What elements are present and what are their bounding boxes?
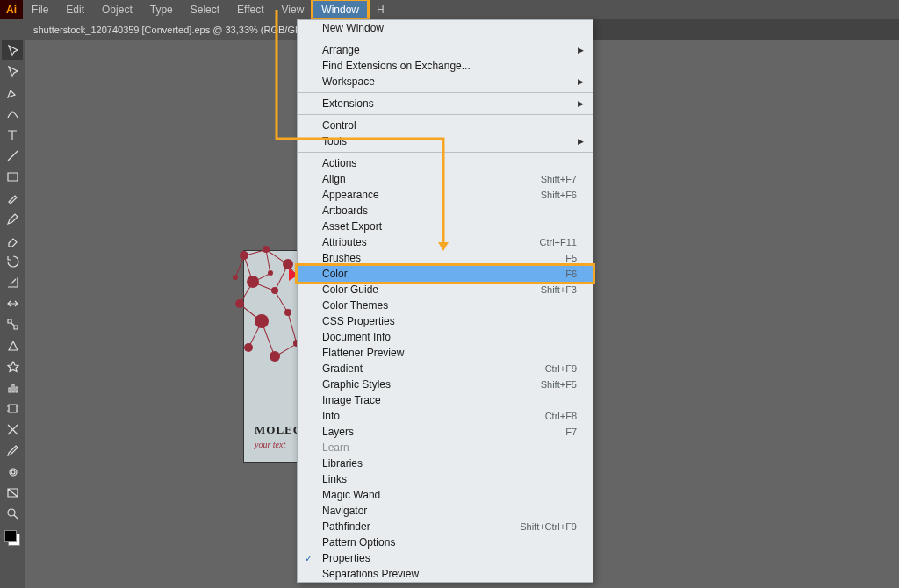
menu-item-label: Color Themes — [322, 299, 388, 312]
tool-zoom[interactable] — [2, 504, 23, 523]
menu-item-label: Asset Export — [322, 220, 382, 233]
menu-item-layers[interactable]: LayersF7 — [298, 424, 593, 440]
tool-gradient-tool[interactable] — [2, 483, 23, 502]
menu-item-label: Document Info — [322, 331, 391, 343]
menu-item-navigator[interactable]: Navigator — [298, 503, 593, 519]
menu-type[interactable]: Type — [141, 0, 182, 19]
menu-item-learn: Learn — [298, 440, 593, 455]
menu-item-label: Tools — [322, 135, 347, 147]
menu-item-label: Magic Wand — [322, 489, 380, 501]
menu-item-links[interactable]: Links — [298, 471, 593, 487]
fill-stroke-swatch[interactable] — [4, 530, 20, 546]
menu-item-css-properties[interactable]: CSS Properties — [298, 313, 593, 329]
menu-item-label: Pathfinder — [322, 520, 370, 533]
menu-item-image-trace[interactable]: Image Trace — [298, 392, 593, 408]
menu-effect[interactable]: Effect — [228, 0, 272, 19]
menu-item-new-window[interactable]: New Window — [298, 20, 593, 36]
tool-selection[interactable] — [2, 40, 23, 60]
menu-item-properties[interactable]: ✓Properties — [298, 550, 593, 566]
menu-item-flattener-preview[interactable]: Flattener Preview — [298, 345, 593, 361]
menu-item-label: Pattern Options — [322, 536, 395, 549]
menu-item-label: Extensions — [322, 97, 374, 110]
menu-item-label: New Window — [322, 22, 384, 34]
menu-item-brushes[interactable]: BrushesF5 — [298, 250, 593, 266]
tool-pencil[interactable] — [2, 209, 23, 228]
check-icon: ✓ — [305, 553, 313, 564]
menu-item-shortcut: Ctrl+F8 — [545, 411, 577, 421]
menu-item-workspace[interactable]: Workspace▶ — [298, 74, 593, 90]
submenu-arrow-icon: ▶ — [578, 77, 584, 86]
tool-eyedropper[interactable] — [2, 441, 23, 460]
menu-item-label: Color — [322, 268, 348, 280]
menu-item-actions[interactable]: Actions — [298, 155, 593, 171]
tool-slice[interactable] — [2, 419, 23, 439]
menu-item-asset-export[interactable]: Asset Export — [298, 219, 593, 234]
tool-curvature[interactable] — [2, 104, 23, 123]
menu-item-graphic-styles[interactable]: Graphic StylesShift+F5 — [298, 376, 593, 392]
menu-select[interactable]: Select — [182, 0, 228, 19]
menu-item-label: Learn — [322, 441, 349, 454]
tool-eraser[interactable] — [2, 230, 23, 249]
menu-item-label: Separations Preview — [322, 568, 419, 580]
menu-item-label: Flattener Preview — [322, 347, 404, 359]
menu-item-info[interactable]: InfoCtrl+F8 — [298, 408, 593, 424]
tool-line[interactable] — [2, 146, 23, 165]
menu-item-label: Links — [322, 473, 347, 485]
menu-item-appearance[interactable]: AppearanceShift+F6 — [298, 187, 593, 203]
menu-item-label: Color Guide — [322, 283, 378, 296]
menu-item-shortcut: Shift+F5 — [541, 379, 577, 390]
menu-file[interactable]: File — [23, 0, 57, 19]
menu-item-libraries[interactable]: Libraries — [298, 455, 593, 471]
submenu-arrow-icon: ▶ — [578, 99, 584, 108]
menu-item-color-themes[interactable]: Color Themes — [298, 298, 593, 313]
menu-item-pattern-options[interactable]: Pattern Options — [298, 534, 593, 550]
menu-item-pathfinder[interactable]: PathfinderShift+Ctrl+F9 — [298, 519, 593, 534]
menu-window[interactable]: Window — [313, 0, 368, 19]
tool-shape[interactable] — [2, 335, 23, 355]
menu-item-magic-wand[interactable]: Magic Wand — [298, 487, 593, 503]
menu-item-control[interactable]: Control — [298, 118, 593, 133]
menu-item-label: Control — [322, 119, 356, 132]
menu-view[interactable]: View — [273, 0, 313, 19]
tool-width[interactable] — [2, 293, 23, 312]
tool-rotate[interactable] — [2, 251, 23, 270]
tool-blend[interactable] — [2, 462, 23, 481]
menu-item-document-info[interactable]: Document Info — [298, 329, 593, 345]
menu-item-shortcut: Ctrl+F11 — [540, 237, 578, 247]
menu-item-color[interactable]: ColorF6 — [298, 266, 593, 282]
menu-h[interactable]: H — [368, 0, 393, 19]
menu-object[interactable]: Object — [93, 0, 141, 19]
menu-item-label: Workspace — [322, 75, 375, 88]
tool-direct[interactable] — [2, 61, 23, 81]
menu-item-color-guide[interactable]: Color GuideShift+F3 — [298, 282, 593, 298]
menu-edit[interactable]: Edit — [57, 0, 93, 19]
menu-item-shortcut: Shift+Ctrl+F9 — [520, 521, 577, 532]
tool-artboard-tool[interactable] — [2, 398, 23, 418]
menu-item-label: Navigator — [322, 505, 367, 517]
menu-item-arrange[interactable]: Arrange▶ — [298, 42, 593, 58]
menubar: Ai FileEditObjectTypeSelectEffectViewWin… — [0, 0, 899, 19]
tool-free[interactable] — [2, 314, 23, 333]
menu-item-separations-preview[interactable]: Separations Preview — [298, 566, 593, 582]
menu-item-tools[interactable]: Tools▶ — [298, 133, 593, 149]
menu-item-align[interactable]: AlignShift+F7 — [298, 171, 593, 187]
menu-item-label: Align — [322, 173, 346, 185]
menu-item-extensions[interactable]: Extensions▶ — [298, 96, 593, 111]
tool-rect[interactable] — [2, 167, 23, 186]
tool-graph[interactable] — [2, 377, 23, 397]
tool-symbol[interactable] — [2, 356, 23, 376]
menu-item-shortcut: F7 — [565, 427, 577, 437]
menu-item-label: Attributes — [322, 236, 367, 248]
menu-item-gradient[interactable]: GradientCtrl+F9 — [298, 361, 593, 376]
tool-type[interactable] — [2, 125, 23, 144]
menu-item-shortcut: Ctrl+F9 — [545, 363, 577, 374]
tool-brush[interactable] — [2, 188, 23, 207]
menu-item-artboards[interactable]: Artboards — [298, 203, 593, 219]
tool-scale[interactable] — [2, 272, 23, 291]
menu-item-shortcut: Shift+F3 — [541, 284, 577, 295]
menu-item-label: Appearance — [322, 189, 379, 201]
menu-item-label: Properties — [322, 552, 370, 564]
window-menu-dropdown[interactable]: New WindowArrange▶Find Extensions on Exc… — [297, 19, 593, 583]
menu-item-find-extensions-on-exchange-[interactable]: Find Extensions on Exchange... — [298, 58, 593, 74]
tool-pen[interactable] — [2, 82, 23, 102]
